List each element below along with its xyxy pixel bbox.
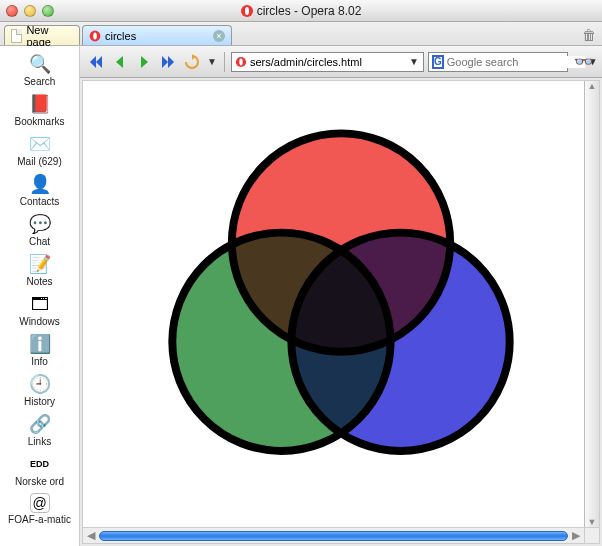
rewind-button[interactable] bbox=[86, 52, 106, 72]
sidebar-item-label: Norske ord bbox=[15, 476, 64, 487]
page-viewport: ▲ ▼ ◀ ▶ bbox=[82, 80, 600, 544]
scroll-down-icon[interactable]: ▼ bbox=[588, 517, 597, 527]
circles-diagram bbox=[83, 81, 599, 543]
back-button[interactable] bbox=[110, 52, 130, 72]
window-titlebar: circles - Opera 8.02 bbox=[0, 0, 602, 22]
sidebar-item-info[interactable]: ℹ️Info bbox=[0, 330, 79, 370]
horizontal-scrollbar[interactable] bbox=[99, 531, 568, 541]
sidebar-icon: 🕘 bbox=[27, 373, 53, 395]
sidebar-item-search[interactable]: 🔍Search bbox=[0, 50, 79, 90]
tab-bar: New page circles × 🗑 bbox=[0, 22, 602, 46]
sidebar-item-label: Notes bbox=[26, 276, 52, 287]
search-bar[interactable]: G ▼ bbox=[428, 52, 568, 72]
resize-grip[interactable] bbox=[584, 527, 599, 543]
sidebar-item-history[interactable]: 🕘History bbox=[0, 370, 79, 410]
sidebar-icon: 💬 bbox=[27, 213, 53, 235]
sidebar-item-label: Contacts bbox=[20, 196, 59, 207]
sidebar-icon: 📕 bbox=[27, 93, 53, 115]
hscroll-right-icon[interactable]: ▶ bbox=[572, 529, 580, 542]
sidebar-item-label: Mail (629) bbox=[17, 156, 61, 167]
sidebar-icon: EDD bbox=[27, 453, 53, 475]
circle-blue bbox=[291, 233, 509, 451]
find-icon[interactable]: 👓 bbox=[572, 52, 596, 71]
scroll-up-icon[interactable]: ▲ bbox=[588, 81, 597, 91]
close-tab-button[interactable]: × bbox=[213, 30, 225, 42]
sidebar-item-label: Search bbox=[24, 76, 56, 87]
content-area: ▼ ▼ G ▼ 👓 ▲ ▼ ◀ ▶ bbox=[80, 46, 602, 546]
sidebar-item-windows[interactable]: 🗔Windows bbox=[0, 290, 79, 330]
separator bbox=[224, 52, 225, 72]
sidebar-item-notes[interactable]: 📝Notes bbox=[0, 250, 79, 290]
sidebar-icon: 🗔 bbox=[27, 293, 53, 315]
traffic-lights bbox=[6, 5, 54, 17]
sidebar-item-foaf-a-matic[interactable]: @FOAF-a-matic bbox=[0, 490, 79, 528]
address-bar[interactable]: ▼ bbox=[231, 52, 424, 72]
sidebar: 🔍Search📕Bookmarks✉️Mail (629)👤Contacts💬C… bbox=[0, 46, 80, 546]
opera-icon bbox=[90, 30, 101, 41]
sidebar-item-contacts[interactable]: 👤Contacts bbox=[0, 170, 79, 210]
tab-circles[interactable]: circles × bbox=[82, 25, 232, 45]
close-window-button[interactable] bbox=[6, 5, 18, 17]
navigation-toolbar: ▼ ▼ G ▼ 👓 bbox=[80, 46, 602, 78]
sidebar-item-label: Links bbox=[28, 436, 51, 447]
sidebar-item-mail-629-[interactable]: ✉️Mail (629) bbox=[0, 130, 79, 170]
forward-button[interactable] bbox=[134, 52, 154, 72]
sidebar-item-chat[interactable]: 💬Chat bbox=[0, 210, 79, 250]
search-input[interactable] bbox=[447, 56, 585, 68]
sidebar-icon: ✉️ bbox=[27, 133, 53, 155]
reload-button[interactable] bbox=[182, 52, 202, 72]
minimize-window-button[interactable] bbox=[24, 5, 36, 17]
sidebar-icon: @ bbox=[30, 493, 50, 513]
trash-icon[interactable]: 🗑 bbox=[580, 27, 598, 45]
opera-icon bbox=[241, 5, 253, 17]
fast-forward-button[interactable] bbox=[158, 52, 178, 72]
address-dropdown-chevron-icon[interactable]: ▼ bbox=[408, 56, 420, 67]
sidebar-icon: ℹ️ bbox=[27, 333, 53, 355]
tab-label: circles bbox=[105, 30, 136, 42]
sidebar-item-label: Windows bbox=[19, 316, 60, 327]
sidebar-icon: 📝 bbox=[27, 253, 53, 275]
sidebar-item-label: FOAF-a-matic bbox=[8, 514, 71, 525]
vertical-scrollbar[interactable]: ▲ ▼ bbox=[584, 81, 599, 527]
zoom-window-button[interactable] bbox=[42, 5, 54, 17]
sidebar-icon: 🔗 bbox=[27, 413, 53, 435]
sidebar-item-label: Bookmarks bbox=[14, 116, 64, 127]
sidebar-item-norske-ord[interactable]: EDDNorske ord bbox=[0, 450, 79, 490]
sidebar-icon: 👤 bbox=[27, 173, 53, 195]
sidebar-item-label: Info bbox=[31, 356, 48, 367]
reload-menu-chevron-icon[interactable]: ▼ bbox=[206, 56, 218, 67]
google-icon: G bbox=[432, 55, 444, 69]
sidebar-item-label: History bbox=[24, 396, 55, 407]
new-page-label: New page bbox=[26, 24, 73, 48]
sidebar-item-bookmarks[interactable]: 📕Bookmarks bbox=[0, 90, 79, 130]
window-title: circles - Opera 8.02 bbox=[257, 4, 362, 18]
new-page-tab[interactable]: New page bbox=[4, 25, 80, 45]
sidebar-item-label: Chat bbox=[29, 236, 50, 247]
hscroll-left-icon[interactable]: ◀ bbox=[87, 529, 95, 542]
sidebar-icon: 🔍 bbox=[27, 53, 53, 75]
status-bar: ◀ ▶ bbox=[83, 527, 584, 543]
page-icon bbox=[11, 29, 22, 43]
sidebar-item-links[interactable]: 🔗Links bbox=[0, 410, 79, 450]
site-icon bbox=[236, 56, 246, 66]
address-input[interactable] bbox=[250, 56, 405, 68]
